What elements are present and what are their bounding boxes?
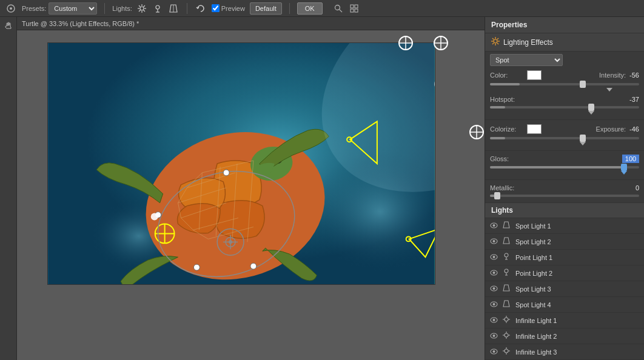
light-item-4[interactable]: Spot Light 3 bbox=[485, 281, 644, 297]
light-name-5: Spot Light 4 bbox=[515, 301, 551, 308]
rotate-handle-3[interactable] bbox=[469, 124, 485, 140]
eye-icon-1[interactable] bbox=[490, 238, 498, 245]
gloss-track bbox=[490, 166, 639, 168]
gloss-value: 100 bbox=[622, 155, 639, 163]
presets-group: Presets: Custom bbox=[22, 2, 97, 15]
svg-point-89 bbox=[493, 287, 495, 290]
light-item-3[interactable]: Point Light 2 bbox=[485, 265, 644, 281]
color-swatch[interactable] bbox=[527, 70, 542, 80]
light-type-select[interactable]: Spot bbox=[490, 54, 563, 66]
canvas-content[interactable] bbox=[17, 30, 485, 360]
rotate-handle-1[interactable] bbox=[398, 35, 414, 51]
light-name-0: Spot Light 1 bbox=[515, 222, 551, 230]
light-name-3: Point Light 2 bbox=[515, 270, 552, 277]
light-item-2[interactable]: Point Light 1 bbox=[485, 250, 644, 265]
ok-button[interactable]: OK bbox=[297, 2, 323, 15]
eye-icon-6[interactable] bbox=[490, 317, 498, 324]
intensity-label: Intensity: bbox=[599, 72, 626, 79]
color-row: Color: Intensity: -56 bbox=[485, 68, 644, 82]
properties-section-title: Properties bbox=[485, 17, 644, 33]
default-button[interactable]: Default bbox=[250, 2, 282, 15]
eye-icon-7[interactable] bbox=[490, 333, 498, 340]
eye-icon-8[interactable] bbox=[490, 348, 498, 356]
gloss-thumb[interactable] bbox=[621, 164, 627, 171]
svg-point-52 bbox=[229, 240, 232, 244]
metallic-row: Metallic: 0 bbox=[485, 182, 644, 193]
main-toolbar: Presets: Custom Lights: Preview Default … bbox=[0, 0, 644, 17]
spot-light-btn[interactable] bbox=[167, 2, 179, 15]
light-item-5[interactable]: Spot Light 4 bbox=[485, 297, 644, 313]
svg-point-95 bbox=[493, 319, 495, 321]
gloss-fill bbox=[490, 166, 624, 168]
hotspot-fill bbox=[490, 106, 505, 108]
svg-line-8 bbox=[143, 10, 145, 12]
preview-check[interactable]: Preview bbox=[212, 4, 245, 12]
eye-icon-5[interactable] bbox=[490, 301, 498, 308]
svg-line-70 bbox=[497, 38, 498, 39]
hotspot-marker bbox=[485, 111, 644, 117]
light-item-8[interactable]: Infinite Light 3 bbox=[485, 344, 644, 360]
sep1 bbox=[104, 3, 105, 14]
infinite-icon-8 bbox=[502, 347, 512, 357]
svg-point-2 bbox=[140, 7, 144, 10]
svg-point-16 bbox=[335, 5, 340, 10]
svg-point-103 bbox=[505, 333, 508, 337]
hand-tool[interactable] bbox=[2, 19, 15, 33]
point-icon-2 bbox=[502, 252, 512, 262]
metallic-thumb[interactable] bbox=[494, 192, 500, 199]
spot-icon-4 bbox=[502, 284, 512, 294]
svg-line-10 bbox=[139, 10, 141, 12]
presets-select[interactable]: Custom bbox=[49, 2, 97, 15]
svg-point-63 bbox=[494, 39, 497, 43]
intensity-thumb[interactable] bbox=[580, 81, 586, 88]
svg-point-46 bbox=[193, 264, 200, 270]
svg-point-76 bbox=[493, 240, 495, 242]
eye-icon-2[interactable] bbox=[490, 254, 498, 261]
point-light-btn[interactable] bbox=[152, 2, 164, 15]
colorize-swatch[interactable] bbox=[527, 124, 542, 134]
layout-icon[interactable] bbox=[348, 2, 360, 15]
gloss-slider-row bbox=[485, 165, 644, 171]
intensity-track bbox=[490, 83, 639, 85]
light-name-7: Infinite Light 2 bbox=[515, 333, 557, 340]
eye-icon-0[interactable] bbox=[490, 222, 498, 230]
canvas-image[interactable] bbox=[47, 42, 435, 285]
colorize-label: Colorize: bbox=[490, 125, 523, 133]
rotate-handle-2[interactable] bbox=[433, 35, 449, 51]
light-name-8: Infinite Light 3 bbox=[515, 348, 557, 356]
svg-line-69 bbox=[497, 43, 498, 44]
eye-icon-4[interactable] bbox=[490, 285, 498, 293]
spot-icon-5 bbox=[502, 299, 512, 310]
left-toolbar bbox=[0, 17, 17, 360]
point-icon-3 bbox=[502, 268, 512, 278]
svg-point-47 bbox=[250, 263, 257, 269]
lights-label: Lights: bbox=[112, 5, 132, 12]
exposure-thumb[interactable] bbox=[580, 135, 586, 142]
svg-marker-90 bbox=[503, 285, 509, 291]
light-item-0[interactable]: Spot Light 1 bbox=[485, 218, 644, 234]
reset-btn[interactable] bbox=[195, 2, 207, 15]
search-icon[interactable] bbox=[332, 2, 344, 15]
right-panel: Properties Lighting Effects Spot Color: … bbox=[485, 17, 644, 360]
svg-point-80 bbox=[505, 253, 508, 257]
light-item-7[interactable]: Infinite Light 2 bbox=[485, 328, 644, 344]
preview-checkbox[interactable] bbox=[212, 4, 220, 12]
svg-point-73 bbox=[493, 224, 495, 227]
color-label: Color: bbox=[490, 72, 523, 79]
hotspot-thumb[interactable] bbox=[588, 104, 594, 111]
exposure-track bbox=[490, 137, 639, 139]
light-item-6[interactable]: Infinite Light 1 bbox=[485, 313, 644, 328]
eye-icon-3[interactable] bbox=[490, 270, 498, 277]
svg-rect-21 bbox=[355, 9, 358, 12]
light-name-4: Spot Light 3 bbox=[515, 285, 551, 293]
gloss-row: Gloss: 100 bbox=[485, 153, 644, 165]
hotspot-slider-row bbox=[485, 105, 644, 111]
svg-point-53 bbox=[151, 213, 158, 221]
svg-point-85 bbox=[505, 269, 508, 273]
light-item-1[interactable]: Spot Light 2 bbox=[485, 234, 644, 250]
spot-type-row: Spot bbox=[485, 52, 644, 68]
divider2 bbox=[485, 150, 644, 151]
infinite-light-btn[interactable] bbox=[136, 2, 148, 15]
hotspot-value: -37 bbox=[629, 96, 639, 103]
hotspot-track bbox=[490, 106, 639, 108]
